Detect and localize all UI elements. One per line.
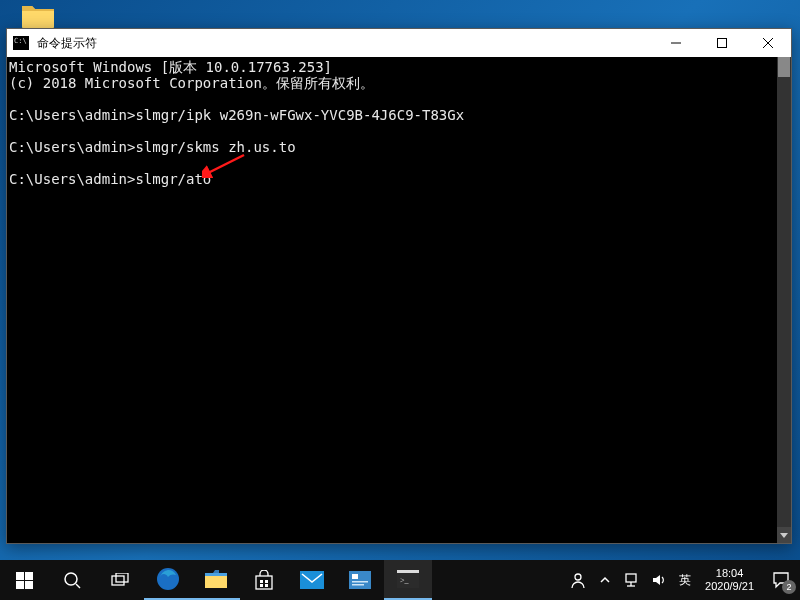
scroll-thumb[interactable] bbox=[778, 57, 790, 77]
svg-line-10 bbox=[76, 584, 80, 588]
pinned-app-icon[interactable] bbox=[336, 560, 384, 600]
terminal-prompt: C:\Users\admin> bbox=[9, 107, 135, 123]
svg-rect-1 bbox=[718, 39, 727, 48]
terminal-line: Microsoft Windows [版本 10.0.17763.253] bbox=[9, 59, 332, 75]
svg-rect-27 bbox=[397, 570, 419, 573]
file-explorer-taskbar-icon[interactable] bbox=[192, 560, 240, 600]
close-button[interactable] bbox=[745, 29, 791, 57]
terminal-line: (c) 2018 Microsoft Corporation。保留所有权利。 bbox=[9, 75, 374, 91]
svg-rect-16 bbox=[256, 576, 272, 589]
maximize-button[interactable] bbox=[699, 29, 745, 57]
start-button[interactable] bbox=[0, 560, 48, 600]
svg-point-29 bbox=[575, 574, 581, 580]
terminal-prompt: C:\Users\admin> bbox=[9, 171, 135, 187]
command-prompt-window: 命令提示符 Microsoft Windows [版本 10.0.17763.2… bbox=[6, 28, 792, 544]
task-view-button[interactable] bbox=[96, 560, 144, 600]
titlebar[interactable]: 命令提示符 bbox=[7, 29, 791, 57]
system-tray: 英 18:04 2020/9/21 2 bbox=[563, 560, 800, 600]
edge-taskbar-icon[interactable] bbox=[144, 560, 192, 600]
svg-text:>_: >_ bbox=[400, 576, 410, 585]
svg-rect-25 bbox=[352, 584, 364, 586]
svg-rect-21 bbox=[300, 571, 324, 589]
svg-rect-8 bbox=[25, 581, 33, 589]
action-center-icon[interactable]: 2 bbox=[762, 560, 800, 600]
clock-date: 2020/9/21 bbox=[705, 580, 754, 593]
svg-rect-22 bbox=[349, 571, 371, 589]
ime-indicator[interactable]: 英 bbox=[673, 560, 697, 600]
svg-rect-12 bbox=[116, 573, 128, 582]
tray-chevron-up-icon[interactable] bbox=[593, 560, 617, 600]
people-icon[interactable] bbox=[563, 560, 593, 600]
cmd-taskbar-icon[interactable]: >_ bbox=[384, 560, 432, 600]
svg-rect-11 bbox=[112, 576, 124, 585]
svg-rect-6 bbox=[25, 572, 33, 580]
svg-rect-18 bbox=[265, 580, 268, 583]
svg-rect-5 bbox=[16, 572, 24, 580]
notification-badge: 2 bbox=[782, 580, 796, 594]
svg-rect-15 bbox=[205, 573, 227, 576]
terminal-body[interactable]: Microsoft Windows [版本 10.0.17763.253] (c… bbox=[7, 57, 791, 543]
scroll-down-arrow[interactable] bbox=[777, 527, 791, 543]
terminal-content: Microsoft Windows [版本 10.0.17763.253] (c… bbox=[7, 57, 777, 543]
network-icon[interactable] bbox=[617, 560, 645, 600]
svg-rect-30 bbox=[626, 574, 636, 582]
window-title: 命令提示符 bbox=[37, 35, 653, 52]
clock-time: 18:04 bbox=[716, 567, 744, 580]
minimize-button[interactable] bbox=[653, 29, 699, 57]
mail-taskbar-icon[interactable] bbox=[288, 560, 336, 600]
svg-rect-20 bbox=[265, 584, 268, 587]
scrollbar[interactable] bbox=[777, 57, 791, 543]
terminal-command: slmgr/ato bbox=[135, 171, 211, 187]
svg-rect-7 bbox=[16, 581, 24, 589]
store-taskbar-icon[interactable] bbox=[240, 560, 288, 600]
terminal-prompt: C:\Users\admin> bbox=[9, 139, 135, 155]
terminal-command: slmgr/ipk w269n-wFGwx-YVC9B-4J6C9-T83Gx bbox=[135, 107, 464, 123]
svg-rect-17 bbox=[260, 580, 263, 583]
taskbar: >_ 英 18:04 2020/9/21 bbox=[0, 560, 800, 600]
clock[interactable]: 18:04 2020/9/21 bbox=[697, 560, 762, 600]
volume-icon[interactable] bbox=[645, 560, 673, 600]
svg-point-9 bbox=[65, 573, 77, 585]
search-button[interactable] bbox=[48, 560, 96, 600]
svg-rect-19 bbox=[260, 584, 263, 587]
svg-rect-23 bbox=[352, 574, 358, 579]
terminal-command: slmgr/skms zh.us.to bbox=[135, 139, 295, 155]
svg-rect-24 bbox=[352, 581, 368, 583]
cmd-icon bbox=[13, 36, 29, 50]
